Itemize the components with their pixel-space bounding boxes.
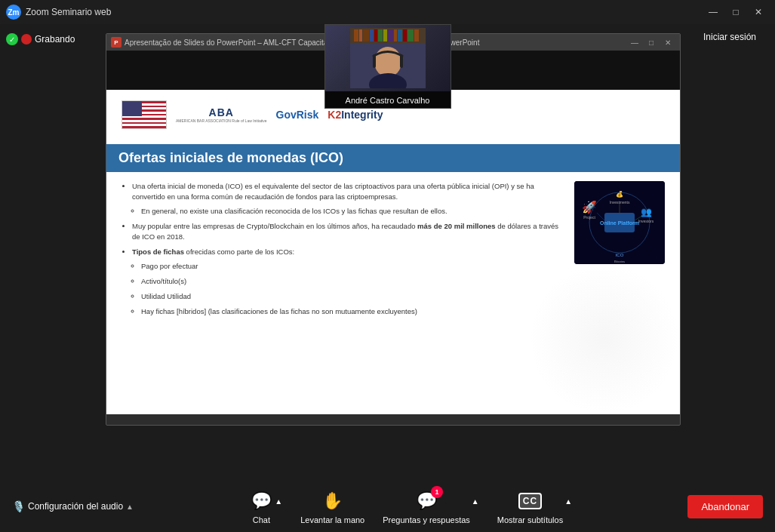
sub-bullet-3b: Activo/título(s) <box>141 276 565 287</box>
svg-rect-5 <box>370 29 374 42</box>
title-bar: Zm Zoom Seminario web — □ ✕ <box>0 0 775 24</box>
slide-title: Ofertas iniciales de monedas (ICO) <box>118 150 668 166</box>
us-flag-icon <box>121 100 167 129</box>
audio-settings[interactable]: 🎙️ Configuración del audio ▲ <box>12 500 134 512</box>
slide-area: ABA AMERICAN BAR ASSOCIATION Rule of Law… <box>106 90 680 414</box>
check-icon <box>6 33 18 45</box>
ico-diagram: Online Platform 🚀 Project 👥 Investors 💰 … <box>574 181 665 264</box>
k2-logo: K2Integrity <box>328 109 383 121</box>
svg-rect-13 <box>407 29 414 42</box>
svg-text:Project: Project <box>583 215 595 220</box>
svg-rect-7 <box>378 29 383 42</box>
sub-bullet-3d: Hay fichas [híbridos] (las clasificacion… <box>141 306 565 317</box>
qa-icon-wrapper: 💬 1 <box>414 489 438 513</box>
login-link[interactable]: Iniciar sesión <box>703 32 756 42</box>
svg-rect-9 <box>388 29 393 42</box>
bold-text: más de 20 mil millones <box>417 222 496 230</box>
aba-logo: ABA AMERICAN BAR ASSOCIATION Rule of Law… <box>176 106 267 123</box>
chat-button[interactable]: 💬 Chat <box>249 489 273 524</box>
slide-text: Una oferta inicial de moneda (ICO) es el… <box>121 181 565 322</box>
svg-text:ICO: ICO <box>616 253 624 257</box>
ico-diagram-svg: Online Platform 🚀 Project 👥 Investors 💰 … <box>574 181 665 264</box>
window-controls: — □ ✕ <box>703 5 769 20</box>
raise-hand-button[interactable]: ✋ Levantar la mano <box>300 489 364 524</box>
hand-icon-wrapper: ✋ <box>321 489 345 513</box>
raise-hand-label: Levantar la mano <box>300 515 364 524</box>
svg-rect-12 <box>403 29 407 42</box>
recording-label: Grabando <box>35 34 75 45</box>
bottom-toolbar: 🎙️ Configuración del audio ▲ 💬 Chat ▲ <box>0 481 775 532</box>
svg-rect-3 <box>359 29 362 42</box>
camera-feed: André Castro Carvalho <box>324 24 451 109</box>
govrisk-logo: GovRisk <box>276 109 319 121</box>
qa-item: 💬 1 Preguntas y respuestas ▲ <box>383 489 478 524</box>
minimize-button[interactable]: — <box>703 5 724 20</box>
main-area: Grabando Iniciar sesión <box>0 24 775 532</box>
cc-button[interactable]: CC Mostrar subtítulos <box>497 489 563 524</box>
ppt-app-icon: P <box>111 37 121 48</box>
svg-rect-14 <box>414 29 419 42</box>
hand-icon: ✋ <box>322 491 343 511</box>
svg-rect-2 <box>354 29 358 42</box>
camera-video <box>325 25 451 91</box>
svg-rect-8 <box>383 29 387 42</box>
qa-label: Preguntas y respuestas <box>383 515 470 524</box>
qa-badge: 1 <box>431 486 443 498</box>
cc-label: Mostrar subtítulos <box>497 515 563 524</box>
ppt-minimize-button[interactable]: — <box>627 36 642 48</box>
cc-item: CC Mostrar subtítulos ▲ <box>497 489 572 524</box>
person-avatar <box>350 28 426 88</box>
cc-arrow-icon[interactable]: ▲ <box>564 497 572 506</box>
camera-label: André Castro Carvalho <box>325 91 451 109</box>
chat-label: Chat <box>253 515 270 524</box>
qa-arrow-icon[interactable]: ▲ <box>472 497 479 506</box>
audio-icon: 🎙️ <box>12 500 25 512</box>
slide-header: Ofertas iniciales de monedas (ICO) <box>106 144 680 172</box>
presenter-name: André Castro Carvalho <box>346 96 430 105</box>
chat-icon: 💬 <box>251 491 272 511</box>
maximize-button[interactable]: □ <box>725 5 746 20</box>
svg-text:💰: 💰 <box>616 190 623 198</box>
svg-text:Online Platform: Online Platform <box>600 220 639 226</box>
chat-item: 💬 Chat ▲ <box>249 489 282 524</box>
audio-chevron-icon: ▲ <box>126 503 134 511</box>
close-button[interactable]: ✕ <box>748 5 769 20</box>
cc-icon-wrapper: CC <box>518 489 542 513</box>
cc-icon: CC <box>518 493 542 509</box>
raise-hand-item: ✋ Levantar la mano <box>300 489 364 524</box>
svg-text:👥: 👥 <box>641 206 652 217</box>
window-title: Zoom Seminario web <box>26 7 703 17</box>
sub-bullet-1: En general, no existe una clasificación … <box>141 206 565 217</box>
toolbar-right: Abandonar <box>687 495 763 518</box>
leave-button[interactable]: Abandonar <box>687 495 763 518</box>
recording-badge: Grabando <box>6 33 75 45</box>
map-background <box>529 263 680 414</box>
ppt-maximize-button[interactable]: □ <box>644 36 659 48</box>
sub-bullet-3c: Utilidad Utilidad <box>141 291 565 302</box>
qa-button[interactable]: 💬 1 Preguntas y respuestas <box>383 489 470 524</box>
right-sidebar: Iniciar sesión <box>684 24 775 532</box>
svg-text:Investors: Investors <box>638 219 654 223</box>
toolbar-center: 💬 Chat ▲ ✋ Levantar la mano <box>249 489 572 524</box>
svg-rect-4 <box>363 29 369 42</box>
svg-text:🚀: 🚀 <box>582 200 597 214</box>
audio-label: Configuración del audio <box>28 501 123 512</box>
bullet-1: Una oferta inicial de moneda (ICO) es el… <box>132 181 565 217</box>
chat-icon-wrapper: 💬 <box>249 489 273 513</box>
app-icon: Zm <box>6 5 21 20</box>
sub-bullet-3a: Pago por efectuar <box>141 261 565 272</box>
svg-rect-6 <box>374 29 377 42</box>
ppt-window-controls: — □ ✕ <box>627 36 675 48</box>
ppt-close-button[interactable]: ✕ <box>660 36 675 48</box>
slide-content: ABA AMERICAN BAR ASSOCIATION Rule of Law… <box>106 90 680 414</box>
recording-dot-icon <box>21 34 32 45</box>
bullet-2: Muy popular entre las empresas de Crypto… <box>132 221 565 243</box>
svg-rect-10 <box>394 29 397 42</box>
left-sidebar: Grabando <box>0 24 98 532</box>
chat-arrow-icon[interactable]: ▲ <box>275 497 282 506</box>
bullet-3: Tipos de fichas ofrecidas como parte de … <box>132 247 565 317</box>
svg-rect-11 <box>398 29 402 42</box>
tipos-fichas-label: Tipos de fichas <box>132 248 184 256</box>
